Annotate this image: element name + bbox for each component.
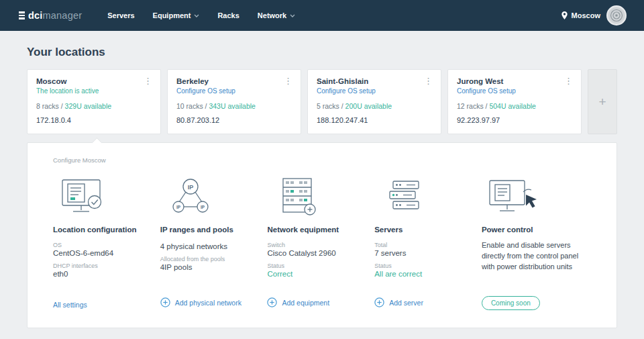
ip-network-icon: IP IP IP <box>160 177 250 216</box>
panel-columns: Location configuration OS CentOS-6-emd64… <box>41 177 603 310</box>
chevron-down-icon <box>194 14 199 17</box>
field-value-status: All are correct <box>374 270 464 278</box>
add-equipment-link[interactable]: Add equipment <box>267 297 329 307</box>
location-ip: 80.87.203.12 <box>176 116 292 124</box>
nav-item-equipment[interactable]: Equipment <box>153 11 200 19</box>
add-physical-network-link[interactable]: Add physical network <box>160 297 241 307</box>
all-settings-link[interactable]: All settings <box>53 301 87 309</box>
location-racks: 10 racks / 343U available <box>176 102 292 110</box>
field-label: Total <box>374 242 464 248</box>
coming-soon-badge: Coming soon <box>482 296 540 310</box>
logo-icon <box>19 11 25 19</box>
location-racks: 8 racks / 329U available <box>36 102 152 110</box>
main-nav: Servers Equipment Racks Network <box>107 11 295 19</box>
column-ip-ranges-pools: IP IP IP IP ranges and pools 4 physical … <box>160 177 250 310</box>
app-logo[interactable]: dcimanager <box>19 10 82 21</box>
navbar-right: Moscow <box>561 5 627 26</box>
racks-available: 200U available <box>345 102 392 110</box>
monitor-check-icon <box>53 177 143 216</box>
column-title: Power control <box>482 226 591 234</box>
main-content: Your locations Moscow ⋮ The location is … <box>0 46 644 328</box>
column-title: Network equipment <box>267 226 357 234</box>
svg-text:IP: IP <box>201 205 205 209</box>
location-ip: 188.120.247.41 <box>317 116 432 124</box>
plus-circle-icon <box>374 297 384 307</box>
switch-rack-icon <box>267 177 357 216</box>
location-name: Jurong West <box>457 77 572 85</box>
racks-available: 329U available <box>65 102 111 110</box>
location-status: The location is active <box>36 87 152 95</box>
column-title: Servers <box>374 226 464 234</box>
field-label: Status <box>267 262 357 269</box>
kebab-menu-icon[interactable]: ⋮ <box>560 75 577 87</box>
column-description: Enable and disable servers directly from… <box>482 240 591 273</box>
location-card-moscow[interactable]: Moscow ⋮ The location is active 8 racks … <box>27 69 161 134</box>
top-navbar: dcimanager Servers Equipment Racks Netwo… <box>0 0 644 31</box>
location-pin-icon <box>561 11 568 20</box>
field-label: OS <box>53 242 143 248</box>
field-label: Allocated from the pools <box>160 256 250 262</box>
field-value: CentOS-6-emd64 <box>53 249 143 257</box>
plus-circle-icon <box>160 297 170 307</box>
configure-location-panel: Configure Moscow <box>27 142 617 328</box>
kebab-menu-icon[interactable]: ⋮ <box>280 75 297 87</box>
svg-text:IP: IP <box>176 205 181 209</box>
location-ip: 92.223.97.97 <box>457 116 572 124</box>
field-value-status: Correct <box>267 270 357 278</box>
avatar[interactable] <box>606 5 627 26</box>
nav-item-network[interactable]: Network <box>258 11 295 19</box>
column-servers: Servers Total 7 servers Status All are c… <box>374 177 464 310</box>
location-ip: 172.18.0.4 <box>36 116 152 124</box>
column-network-equipment: Network equipment Switch Cisco Catalyst … <box>267 177 357 310</box>
field-value: eth0 <box>53 270 143 278</box>
svg-text:IP: IP <box>187 184 193 191</box>
servers-stack-icon <box>374 177 464 216</box>
column-location-configuration: Location configuration OS CentOS-6-emd64… <box>53 177 143 310</box>
location-card-berkeley[interactable]: Berkeley ⋮ Configure OS setup 10 racks /… <box>167 69 301 134</box>
field-label: Status <box>374 262 464 269</box>
add-location-button[interactable]: + <box>588 69 617 134</box>
configure-os-link[interactable]: Configure OS setup <box>457 87 572 95</box>
current-location-label: Moscow <box>572 11 600 19</box>
column-power-control: Power control Enable and disable servers… <box>482 177 591 310</box>
location-racks: 5 racks / 200U available <box>317 102 432 110</box>
nav-item-servers[interactable]: Servers <box>107 11 134 19</box>
location-name: Moscow <box>36 77 152 85</box>
configure-os-link[interactable]: Configure OS setup <box>176 87 292 95</box>
panel-caption: Configure Moscow <box>53 156 603 164</box>
location-card-jurong-west[interactable]: Jurong West ⋮ Configure OS setup 12 rack… <box>447 69 582 134</box>
chevron-down-icon <box>290 14 295 17</box>
location-switcher[interactable]: Moscow <box>561 11 600 20</box>
location-cards-row: Moscow ⋮ The location is active 8 racks … <box>27 69 617 134</box>
nav-item-racks[interactable]: Racks <box>217 11 239 19</box>
add-server-link[interactable]: Add server <box>374 297 423 307</box>
racks-available: 343U available <box>209 102 255 110</box>
page-title: Your locations <box>27 46 617 59</box>
avatar-pattern-icon <box>608 7 625 24</box>
field-label: DHCP interfaces <box>53 262 143 269</box>
location-name: Berkeley <box>176 77 292 85</box>
configure-os-link[interactable]: Configure OS setup <box>317 87 432 95</box>
field-value: 7 servers <box>374 249 464 257</box>
racks-available: 504U available <box>489 102 535 110</box>
plus-circle-icon <box>267 297 277 307</box>
location-card-saint-ghislain[interactable]: Saint-Ghislain ⋮ Configure OS setup 5 ra… <box>307 69 441 134</box>
location-name: Saint-Ghislain <box>317 77 432 85</box>
kebab-menu-icon[interactable]: ⋮ <box>140 75 156 87</box>
location-racks: 12 racks / 504U available <box>457 102 572 110</box>
field-label: Switch <box>267 242 357 248</box>
power-monitor-cursor-icon <box>482 177 591 216</box>
field-value: 4IP pools <box>160 263 250 271</box>
logo-text: dcimanager <box>28 10 82 21</box>
field-value: Cisco Catalyst 2960 <box>267 249 357 257</box>
kebab-menu-icon[interactable]: ⋮ <box>420 75 437 87</box>
plus-icon: + <box>598 95 606 109</box>
column-title: IP ranges and pools <box>160 226 250 234</box>
field-value: 4 physical networks <box>160 242 250 250</box>
column-title: Location configuration <box>53 226 143 234</box>
